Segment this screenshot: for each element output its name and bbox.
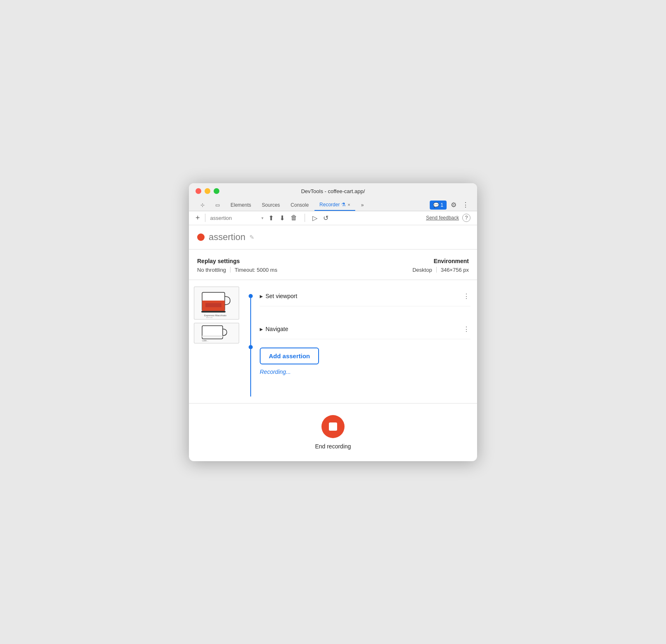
- preview-column: Espresso Macchiato $12.00 Latte...: [189, 287, 247, 397]
- chevron-down-icon: ▾: [261, 216, 263, 220]
- stop-icon: [329, 422, 337, 431]
- toolbar: + ▾ ⬆ ⬇ 🗑 ▷ ↺ Send feedback ?: [189, 211, 477, 225]
- settings-section: Replay settings No throttling Timeout: 5…: [189, 250, 477, 280]
- add-assertion-button[interactable]: Add assertion: [260, 348, 319, 364]
- help-button[interactable]: ?: [462, 214, 470, 222]
- svg-text:Latte...: Latte...: [202, 339, 208, 342]
- window-title: DevTools - coffee-cart.app/: [301, 188, 365, 194]
- recording-title: assertion: [209, 232, 245, 243]
- devtools-window: DevTools - coffee-cart.app/ ⊹ ▭ Elements…: [189, 183, 477, 461]
- more-tabs-icon: »: [361, 202, 364, 208]
- maximize-button[interactable]: [214, 188, 219, 194]
- titlebar: DevTools - coffee-cart.app/ ⊹ ▭ Elements…: [189, 183, 477, 211]
- toolbar-icons: ⬆ ⬇ 🗑 ▷ ↺: [268, 214, 328, 222]
- tab-recorder[interactable]: Recorder ⚗ ×: [314, 199, 355, 211]
- environment-values: Desktop 346×756 px: [341, 267, 469, 273]
- device-icon: ▭: [215, 202, 220, 208]
- window-controls: [196, 188, 219, 194]
- recording-status: Recording...: [260, 369, 291, 375]
- tab-inspector-cursor[interactable]: ⊹: [196, 200, 210, 210]
- more-options-button[interactable]: ⋮: [461, 199, 470, 210]
- step-label-2: Navigate: [265, 326, 463, 332]
- tabs-row: ⊹ ▭ Elements Sources Console Recorder ⚗ …: [196, 199, 470, 211]
- replay-settings-title: Replay settings: [197, 258, 325, 264]
- toolbar-divider-2: [305, 214, 305, 222]
- play-icon: ▷: [312, 215, 317, 222]
- titlebar-top: DevTools - coffee-cart.app/: [196, 188, 470, 198]
- timeline-line-1: [250, 298, 251, 345]
- add-assertion-section: Add assertion Recording...: [260, 339, 470, 379]
- tab-console[interactable]: Console: [286, 200, 314, 210]
- svg-rect-4: [205, 303, 221, 307]
- preview-thumbnail-1: Espresso Macchiato $12.00: [194, 287, 239, 320]
- chat-icon: 💬: [433, 202, 439, 208]
- import-button[interactable]: ⬇: [279, 214, 285, 222]
- resolution-value: 346×756 px: [441, 267, 469, 273]
- steps-main: ▶ Set viewport ⋮ ▶ Navigate ⋮ Add assert…: [247, 287, 477, 397]
- settings-button[interactable]: ⚙: [449, 199, 458, 210]
- minimize-button[interactable]: [205, 188, 210, 194]
- svg-rect-3: [201, 311, 226, 313]
- tab-elements[interactable]: Elements: [226, 200, 256, 210]
- step-item-2: ▶ Navigate ⋮: [260, 320, 470, 339]
- environment-block: Environment Desktop 346×756 px: [341, 258, 469, 273]
- tab-close-icon[interactable]: ×: [347, 202, 350, 207]
- close-button[interactable]: [196, 188, 201, 194]
- tab-elements-label: Elements: [231, 202, 251, 208]
- step-expand-icon-1[interactable]: ▶: [260, 294, 263, 299]
- svg-rect-8: [202, 336, 223, 337]
- toolbar-input-wrap: ▾: [210, 215, 263, 221]
- recording-name-input[interactable]: [210, 215, 260, 221]
- svg-text:Espresso Macchiato: Espresso Macchiato: [204, 314, 227, 317]
- toolbar-divider-1: [205, 214, 205, 222]
- trash-icon: 🗑: [291, 214, 297, 221]
- timeline-line-2: [250, 349, 251, 397]
- play-button[interactable]: ▷: [312, 214, 317, 222]
- tab-sources[interactable]: Sources: [257, 200, 285, 210]
- throttling-value: No throttling: [197, 267, 226, 273]
- env-separator: [436, 267, 437, 273]
- tab-more[interactable]: »: [356, 200, 369, 210]
- end-recording-section: End recording: [189, 404, 477, 461]
- replay-settings-values: No throttling Timeout: 5000 ms: [197, 267, 325, 273]
- feedback-badge-button[interactable]: 💬 1: [430, 201, 447, 210]
- svg-rect-2: [202, 301, 225, 303]
- step-expand-icon-2[interactable]: ▶: [260, 327, 263, 331]
- tab-recorder-label: Recorder: [319, 202, 340, 208]
- export-button[interactable]: ⬆: [268, 214, 274, 222]
- timeout-value: Timeout: 5000 ms: [235, 267, 277, 273]
- steps-list: ▶ Set viewport ⋮ ▶ Navigate ⋮ Add assert…: [255, 287, 470, 397]
- delete-button[interactable]: 🗑: [291, 214, 297, 222]
- add-recording-button[interactable]: +: [196, 214, 200, 222]
- step-more-button-1[interactable]: ⋮: [463, 292, 470, 300]
- edit-title-icon[interactable]: ✎: [249, 234, 254, 240]
- environment-title: Environment: [341, 258, 469, 264]
- header-right: 💬 1 ⚙ ⋮: [430, 199, 470, 210]
- replay-icon: ↺: [323, 215, 328, 222]
- replay-button[interactable]: ↺: [323, 214, 328, 222]
- step-spacer: [260, 306, 470, 320]
- tab-sources-label: Sources: [262, 202, 280, 208]
- end-recording-label: End recording: [315, 443, 351, 450]
- timeline-dot-2: [249, 345, 253, 349]
- import-icon: ⬇: [279, 215, 285, 222]
- stop-recording-button[interactable]: [321, 415, 345, 438]
- recording-header: assertion ✎: [189, 225, 477, 250]
- badge-count: 1: [440, 202, 443, 208]
- recording-indicator: [197, 233, 205, 241]
- step-item-1: ▶ Set viewport ⋮: [260, 287, 470, 306]
- device-value: Desktop: [412, 267, 432, 273]
- timeline-dot-1: [249, 294, 253, 298]
- step-label-1: Set viewport: [265, 293, 463, 299]
- flask-icon: ⚗: [341, 202, 346, 208]
- step-more-button-2[interactable]: ⋮: [463, 325, 470, 333]
- timeline: [247, 287, 255, 397]
- cursor-icon: ⊹: [200, 202, 205, 208]
- tab-device[interactable]: ▭: [210, 200, 225, 210]
- send-feedback-button[interactable]: Send feedback: [426, 215, 459, 221]
- steps-area: Espresso Macchiato $12.00 Latte...: [189, 280, 477, 404]
- preview-thumbnail-2: Latte...: [194, 323, 239, 343]
- tab-console-label: Console: [291, 202, 309, 208]
- export-icon: ⬆: [268, 215, 274, 222]
- settings-separator: [230, 267, 231, 273]
